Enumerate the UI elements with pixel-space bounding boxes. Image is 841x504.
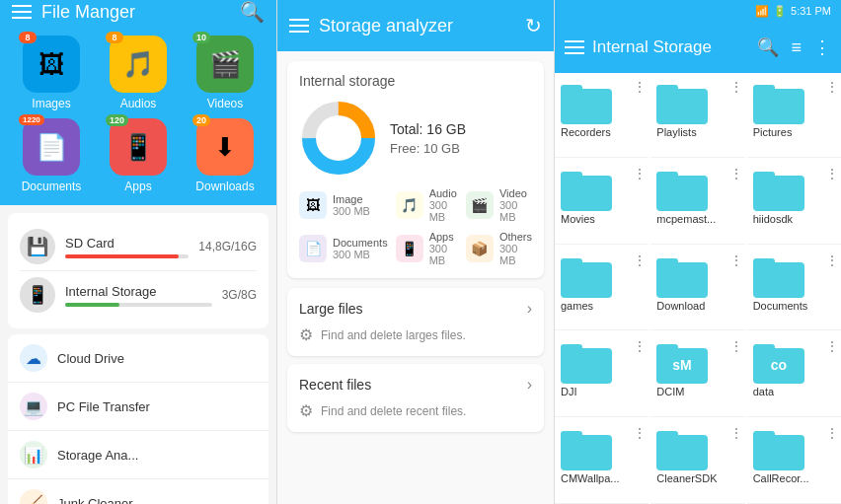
folder-item[interactable]: Movies⋮ bbox=[555, 160, 649, 245]
type-image-icon: 🖼 bbox=[299, 191, 327, 219]
svg-rect-34 bbox=[753, 431, 775, 443]
folder-more-icon[interactable]: ⋮ bbox=[633, 166, 647, 181]
images-app[interactable]: 8 🖼 Images bbox=[12, 36, 91, 110]
folder-item[interactable]: Pictures⋮ bbox=[747, 73, 841, 158]
sd-card-storage: 💾 SD Card 14,8G/16G bbox=[20, 223, 257, 270]
pc-transfer-label: PC File Transfer bbox=[57, 399, 150, 414]
folder-more-icon[interactable]: ⋮ bbox=[633, 252, 647, 268]
folder-more-icon[interactable]: ⋮ bbox=[633, 79, 647, 95]
folder-more-icon[interactable]: ⋮ bbox=[729, 425, 743, 441]
folder-name: Documents bbox=[753, 300, 808, 312]
internal-storage-header: Internal Storage 🔍 ≡ ⋮ bbox=[555, 22, 841, 73]
junk-cleaner-label: Junk Cleaner bbox=[57, 496, 133, 505]
internal-storage-title: Internal Storage bbox=[592, 37, 757, 57]
folder-more-icon[interactable]: ⋮ bbox=[633, 425, 647, 441]
documents-badge: 1220 bbox=[19, 114, 44, 125]
folder-shape-wrap bbox=[561, 168, 612, 211]
file-manager-header: File Manger 🔍 bbox=[0, 0, 276, 24]
svg-rect-8 bbox=[753, 85, 775, 97]
type-doc-name: Documents bbox=[333, 237, 388, 249]
hamburger-menu[interactable] bbox=[12, 5, 32, 19]
folder-item[interactable]: Download⋮ bbox=[650, 247, 744, 331]
folder-more-icon[interactable]: ⋮ bbox=[729, 338, 743, 354]
folder-name: Pictures bbox=[753, 126, 793, 138]
folder-item[interactable]: games⋮ bbox=[555, 247, 649, 331]
videos-badge: 10 bbox=[192, 32, 210, 43]
folder-item[interactable]: CMWallpa...⋮ bbox=[555, 419, 649, 504]
type-app-icon: 📱 bbox=[396, 235, 423, 262]
chart-row: Total: 16 GB Free: 10 GB bbox=[299, 99, 532, 178]
more-options-icon[interactable]: ⋮ bbox=[813, 36, 831, 58]
downloads-app[interactable]: 20 ⬇ Downloads bbox=[186, 118, 265, 193]
type-app-name: Apps bbox=[429, 231, 458, 243]
videos-app[interactable]: 10 🎬 Videos bbox=[186, 36, 265, 110]
folder-more-icon[interactable]: ⋮ bbox=[825, 252, 839, 268]
folder-item[interactable]: Playlists⋮ bbox=[650, 73, 744, 158]
folder-name: Recorders bbox=[561, 126, 611, 138]
folder-item[interactable]: hiidosdk⋮ bbox=[747, 160, 841, 245]
folder-name: games bbox=[561, 300, 593, 312]
documents-app[interactable]: 1220 📄 Documents bbox=[12, 118, 91, 193]
header-icons: 🔍 ≡ ⋮ bbox=[757, 36, 831, 58]
svg-rect-24 bbox=[656, 344, 678, 356]
audios-label: Audios bbox=[120, 97, 157, 110]
type-video-icon: 🎬 bbox=[466, 191, 494, 219]
internal-hamburger[interactable] bbox=[565, 40, 584, 54]
status-bar: 📶 🔋 5:31 PM bbox=[555, 0, 841, 22]
refresh-icon[interactable]: ↻ bbox=[525, 14, 542, 37]
storage-analyzer-item[interactable]: 📊 Storage Ana... bbox=[8, 430, 268, 478]
internal-storage-size: 3G/8G bbox=[222, 288, 257, 302]
apps-app[interactable]: 120 📱 Apps bbox=[99, 118, 178, 193]
folder-more-icon[interactable]: ⋮ bbox=[825, 166, 839, 181]
type-image-size: 300 MB bbox=[333, 205, 370, 217]
folder-shape-wrap bbox=[753, 427, 804, 470]
list-view-icon[interactable]: ≡ bbox=[791, 37, 802, 58]
app-grid: 8 🖼 Images 8 🎵 Audios 10 🎬 Videos 1220 📄 bbox=[0, 24, 276, 205]
svg-rect-22 bbox=[561, 344, 582, 356]
search-icon[interactable]: 🔍 bbox=[240, 0, 265, 24]
audios-app[interactable]: 8 🎵 Audios bbox=[99, 36, 178, 110]
folder-item[interactable]: mcpemast...⋮ bbox=[650, 160, 744, 245]
internal-storage-item: 📱 Internal Storage 3G/8G bbox=[20, 270, 257, 319]
downloads-badge: 20 bbox=[192, 114, 210, 126]
folder-shape-wrap bbox=[753, 254, 804, 298]
folder-name: mcpemast... bbox=[656, 213, 716, 225]
search-icon-internal[interactable]: 🔍 bbox=[757, 36, 779, 58]
folder-item[interactable]: Documents⋮ bbox=[747, 247, 841, 331]
svg-rect-10 bbox=[561, 172, 582, 183]
recent-files-arrow: › bbox=[527, 376, 532, 394]
type-audio-icon: 🎵 bbox=[396, 191, 423, 219]
folder-shape-wrap bbox=[561, 427, 612, 470]
folder-more-icon[interactable]: ⋮ bbox=[633, 338, 647, 354]
folder-more-icon[interactable]: ⋮ bbox=[729, 252, 743, 268]
folder-shape-wrap bbox=[656, 168, 708, 211]
apps-label: Apps bbox=[124, 180, 151, 193]
folder-item[interactable]: sM DCIM⋮ bbox=[650, 332, 744, 417]
type-doc-icon: 📄 bbox=[299, 235, 327, 262]
folder-more-icon[interactable]: ⋮ bbox=[729, 79, 743, 95]
pc-transfer-item[interactable]: 💻 PC File Transfer bbox=[8, 382, 268, 430]
recent-files-section[interactable]: Recent files › ⚙ Find and delete recent … bbox=[287, 364, 544, 432]
folder-item[interactable]: CallRecor...⋮ bbox=[747, 419, 841, 504]
folder-more-icon[interactable]: ⋮ bbox=[825, 425, 839, 441]
folder-name: CallRecor... bbox=[753, 472, 809, 484]
type-video-name: Video bbox=[499, 187, 532, 199]
svg-rect-20 bbox=[753, 258, 775, 270]
folder-name: Movies bbox=[561, 213, 595, 225]
folder-item[interactable]: DJI⋮ bbox=[555, 332, 649, 417]
file-manager-title: File Manger bbox=[41, 2, 240, 23]
analyzer-hamburger[interactable] bbox=[289, 19, 309, 33]
internal-storage-panel: 📶 🔋 5:31 PM Internal Storage 🔍 ≡ ⋮ Recor… bbox=[555, 0, 841, 504]
folder-item[interactable]: Recorders⋮ bbox=[555, 73, 649, 158]
type-documents: 📄 Documents300 MB bbox=[299, 231, 388, 266]
cloud-drive-item[interactable]: ☁ Cloud Drive bbox=[8, 334, 268, 382]
storage-totals: Total: 16 GB Free: 10 GB bbox=[390, 121, 466, 156]
folder-more-icon[interactable]: ⋮ bbox=[729, 166, 743, 181]
large-files-section[interactable]: Large files › ⚙ Find and delete larges f… bbox=[287, 288, 544, 356]
folder-more-icon[interactable]: ⋮ bbox=[825, 338, 839, 354]
folder-item[interactable]: CleanerSDK⋮ bbox=[650, 419, 744, 504]
folder-item[interactable]: co data⋮ bbox=[747, 332, 841, 417]
junk-cleaner-item[interactable]: 🧹 Junk Cleaner bbox=[8, 478, 268, 504]
type-audio: 🎵 Audio300 MB bbox=[396, 187, 458, 223]
folder-more-icon[interactable]: ⋮ bbox=[825, 79, 839, 95]
